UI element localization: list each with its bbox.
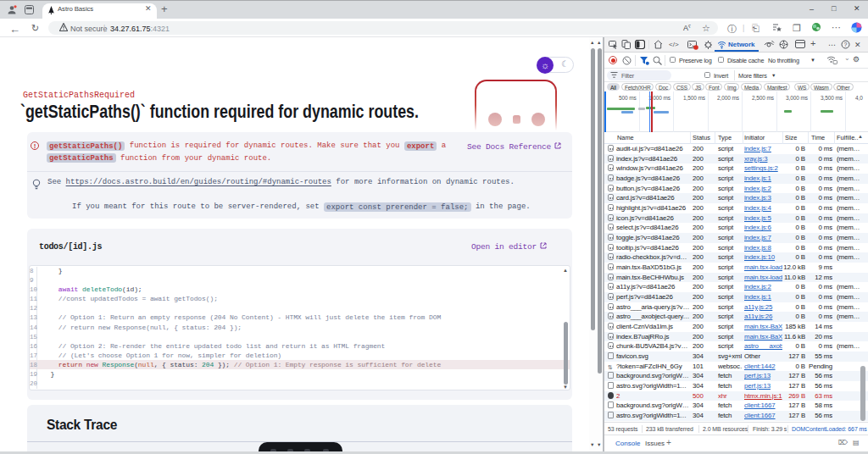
svg-text:?: ? xyxy=(844,42,848,47)
